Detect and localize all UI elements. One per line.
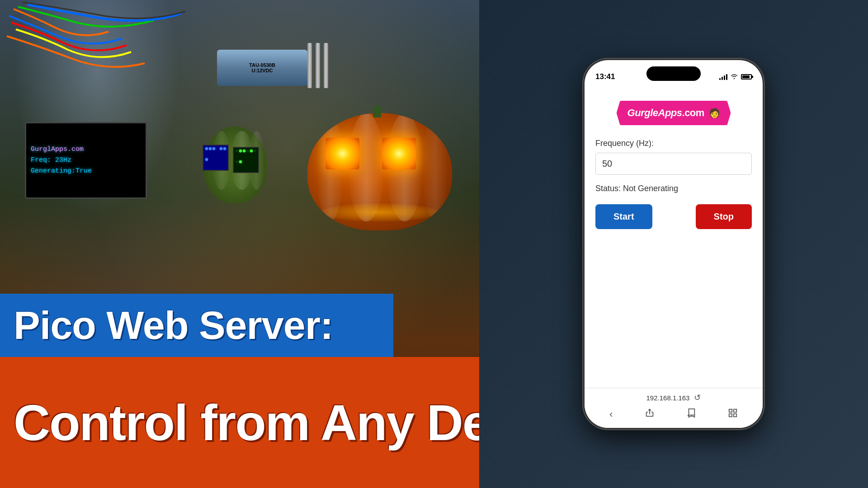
logo-text: GurgleApps.com	[627, 107, 704, 119]
nav-back-icon[interactable]: ‹	[609, 408, 613, 420]
phone-screen: GurgleApps.com 🧑 Frequency (Hz): Status:…	[585, 87, 763, 428]
pumpkin-eye-left	[326, 138, 359, 169]
phone-mockup: 13:41	[583, 59, 764, 429]
wifi-icon	[730, 73, 738, 80]
phone-bottom-bar: 192.168.1.163 ↺ ‹	[585, 388, 763, 428]
pumpkin-area	[172, 127, 479, 262]
led-matrix-blue	[203, 145, 229, 171]
solenoid-body: TAU-0530B U:12VDC	[217, 50, 307, 86]
wires-svg	[0, 0, 190, 127]
nav-tabs-icon[interactable]	[728, 408, 738, 421]
background-area: GurglApps.com Freq: 23Hz Generating:True…	[0, 0, 479, 488]
frequency-label: Frequency (Hz):	[595, 139, 654, 148]
oled-display: GurglApps.com Freq: 23Hz Generating:True	[25, 122, 147, 199]
phone-notch	[646, 66, 701, 81]
signal-bar-2	[722, 77, 723, 80]
stop-button[interactable]: Stop	[696, 204, 752, 229]
status-icons	[719, 73, 752, 80]
pumpkin-large	[307, 113, 466, 239]
nav-bookmarks-icon[interactable]	[686, 408, 696, 421]
signal-bar-3	[724, 75, 725, 80]
svg-rect-3	[734, 414, 736, 417]
url-text: 192.168.1.163	[646, 394, 690, 402]
url-bar: 192.168.1.163 ↺	[594, 393, 754, 403]
start-button[interactable]: Start	[595, 204, 652, 229]
app-logo: GurgleApps.com 🧑	[617, 101, 731, 125]
refresh-icon[interactable]: ↺	[694, 393, 701, 403]
phone-container: 13:41	[479, 0, 868, 488]
oled-line3: Generating:True	[31, 166, 141, 177]
pumpkin-eye-right	[382, 138, 416, 169]
svg-rect-0	[729, 409, 732, 412]
svg-rect-2	[729, 414, 732, 417]
pumpkin-stem	[373, 106, 381, 117]
signal-bars-icon	[719, 74, 727, 80]
banner-blue-text: Pico Web Server:	[14, 302, 333, 348]
banner-orange: Control from Any Device	[0, 357, 479, 488]
frequency-input[interactable]	[595, 153, 752, 175]
solenoid-label1: TAU-0530B	[249, 62, 275, 68]
oled-line1: GurglApps.com	[31, 144, 141, 155]
electronics-area	[0, 0, 194, 239]
signal-bar-1	[719, 78, 721, 80]
phone-content: GurgleApps.com 🧑 Frequency (Hz): Status:…	[585, 87, 763, 388]
buttons-row: Start Stop	[595, 204, 752, 229]
browser-nav-bar: ‹	[594, 405, 754, 423]
status-time: 13:41	[595, 72, 615, 81]
signal-bar-4	[726, 74, 727, 80]
banner-blue: Pico Web Server:	[0, 294, 393, 357]
battery-icon	[741, 74, 752, 80]
pumpkin-smile	[321, 203, 439, 221]
logo-container: GurgleApps.com 🧑	[595, 101, 752, 125]
battery-fill	[742, 75, 750, 78]
pumpkin-large-body	[307, 113, 452, 230]
svg-rect-1	[734, 409, 736, 412]
banner-orange-text: Control from Any Device	[14, 394, 479, 452]
led-matrix-green	[233, 147, 259, 173]
solenoid-label2: U:12VDC	[249, 68, 275, 73]
pumpkin-small	[199, 127, 271, 217]
logo-person-icon: 🧑	[709, 108, 720, 118]
status-display: Status: Not Generating	[595, 184, 678, 193]
solenoid-area: TAU-0530B U:12VDC	[190, 27, 348, 108]
oled-line2: Freq: 23Hz	[31, 155, 141, 166]
nav-share-icon[interactable]	[645, 408, 655, 421]
